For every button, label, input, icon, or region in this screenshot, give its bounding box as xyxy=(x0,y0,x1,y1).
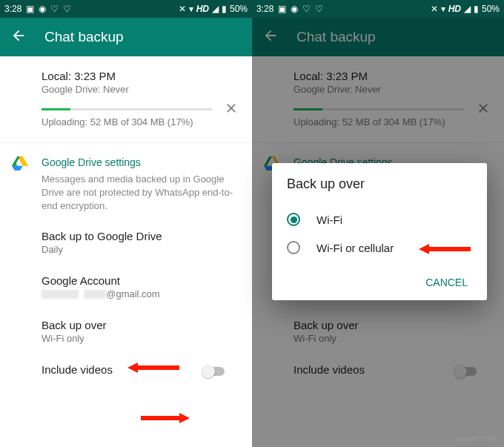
radio-icon[interactable] xyxy=(287,241,300,254)
backup-to-gdrive-row[interactable]: Back up to Google Drive Daily xyxy=(42,230,239,255)
messenger-icon: ◉ xyxy=(39,4,46,14)
watermark: wsxdn.com xyxy=(456,434,497,443)
phone-left: 3:28 ▣ ◉ ♡ ♡ ✕ ▾ HD ◢ ▮ 50% Chat backup … xyxy=(0,0,252,447)
wifi-icon: ▾ xyxy=(441,4,445,14)
upload-status: Uploading: 52 MB of 304 MB (17%) xyxy=(42,116,239,128)
svg-marker-3 xyxy=(12,166,23,170)
battery-pct: 50% xyxy=(482,4,500,14)
cancel-upload-icon[interactable] xyxy=(224,101,239,118)
signal-icon: ◢ xyxy=(212,4,219,14)
backup-over-dialog: Back up over Wi-Fi Wi-Fi or cellular CAN… xyxy=(272,163,487,300)
include-videos-toggle[interactable] xyxy=(202,365,227,378)
vibrate-icon: ✕ xyxy=(431,4,438,14)
statusbar: 3:28 ▣ ◉ ♡ ♡ ✕ ▾ HD ◢ ▮ 50% xyxy=(252,0,504,18)
radio-icon[interactable] xyxy=(287,213,300,226)
back-icon[interactable] xyxy=(262,27,279,47)
svg-marker-9 xyxy=(264,156,272,166)
local-backup-time: Local: 3:23 PM xyxy=(42,70,239,82)
account-email: @gmail.com xyxy=(42,288,239,299)
option-wifi-or-cellular[interactable]: Wi-Fi or cellular xyxy=(287,234,472,262)
vibrate-icon: ✕ xyxy=(179,4,186,14)
svg-marker-8 xyxy=(141,413,190,423)
clock: 3:28 xyxy=(4,4,21,14)
appbar: Chat backup xyxy=(252,18,504,56)
notif-icon: ▣ xyxy=(278,4,286,14)
notif-icon: ▣ xyxy=(26,4,34,14)
cancel-button[interactable]: CANCEL xyxy=(421,271,472,294)
dialog-title: Back up over xyxy=(287,176,472,192)
signal-icon: ◢ xyxy=(464,4,471,14)
heart-icon: ♡ xyxy=(315,4,323,14)
statusbar: 3:28 ▣ ◉ ♡ ♡ ✕ ▾ HD ◢ ▮ 50% xyxy=(0,0,252,18)
option-wifi[interactable]: Wi-Fi xyxy=(287,205,472,234)
annotation-arrow xyxy=(141,411,190,425)
google-drive-icon xyxy=(12,156,28,173)
drive-backup-time: Google Drive: Never xyxy=(42,84,239,95)
heart-icon: ♡ xyxy=(302,4,311,14)
appbar: Chat backup xyxy=(0,18,252,56)
google-account-row[interactable]: Google Account @gmail.com xyxy=(42,274,239,299)
include-videos-row[interactable]: Include videos xyxy=(42,363,239,376)
gdrive-settings-info: Messages and media backed up in Google D… xyxy=(42,173,239,213)
messenger-icon: ◉ xyxy=(291,4,298,14)
battery-icon: ▮ xyxy=(474,4,479,14)
clock: 3:28 xyxy=(256,4,273,14)
battery-pct: 50% xyxy=(230,4,248,14)
heart-icon: ♡ xyxy=(50,4,59,14)
page-title: Chat backup xyxy=(44,29,124,45)
battery-icon: ▮ xyxy=(222,4,227,14)
gdrive-settings-head: Google Drive settings xyxy=(42,156,239,168)
hd-label: HD xyxy=(448,4,461,14)
heart-icon: ♡ xyxy=(63,4,71,14)
upload-progress xyxy=(42,108,212,110)
wifi-icon: ▾ xyxy=(189,4,193,14)
hd-label: HD xyxy=(196,4,209,14)
back-up-over-row[interactable]: Back up over Wi-Fi only xyxy=(42,319,239,344)
cancel-upload-icon[interactable] xyxy=(476,101,491,118)
page-title: Chat backup xyxy=(296,29,376,45)
back-icon[interactable] xyxy=(10,27,27,47)
